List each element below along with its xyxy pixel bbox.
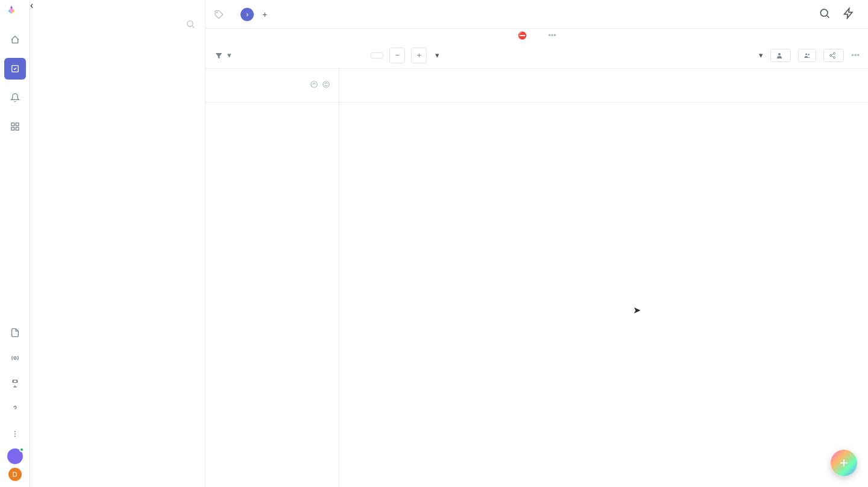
svg-point-15 <box>834 52 835 54</box>
timeline-assignee-column <box>206 69 339 487</box>
main-content: › + ⛔ ••• ▾ − + ▾ ▾ ••• <box>206 0 868 487</box>
favorites-header[interactable] <box>33 0 205 14</box>
home-icon[interactable] <box>4 29 26 51</box>
app-rail: D <box>0 0 30 487</box>
more-icon[interactable] <box>4 423 26 445</box>
help-icon[interactable] <box>4 398 26 419</box>
svg-point-8 <box>14 436 16 437</box>
quick-create-button[interactable]: + <box>831 450 857 476</box>
search-icon[interactable] <box>814 7 835 22</box>
svg-rect-2 <box>16 123 19 126</box>
docs-icon[interactable] <box>4 322 26 344</box>
zoom-in-button[interactable]: + <box>411 48 427 63</box>
svg-point-17 <box>834 57 835 58</box>
warning-icon: ⛔ <box>518 31 527 40</box>
more-views-icon[interactable]: › <box>241 8 254 21</box>
sidebar <box>33 0 206 487</box>
svg-rect-4 <box>16 127 19 130</box>
svg-rect-3 <box>11 127 14 130</box>
search-input[interactable] <box>237 51 322 60</box>
expand-icon[interactable] <box>322 80 330 91</box>
dashboards-icon[interactable] <box>4 116 26 137</box>
svg-point-11 <box>820 9 828 16</box>
layout-changed-banner: ⛔ ••• <box>206 29 868 42</box>
notifications-icon[interactable] <box>4 87 26 108</box>
app-logo[interactable] <box>7 5 24 22</box>
automations-icon[interactable] <box>838 7 860 22</box>
svg-point-5 <box>14 357 16 359</box>
svg-point-16 <box>830 54 832 56</box>
svg-point-18 <box>311 81 318 87</box>
view-options-icon[interactable]: ••• <box>851 51 860 60</box>
svg-point-13 <box>805 53 807 55</box>
today-button[interactable] <box>370 52 383 58</box>
svg-point-14 <box>808 54 810 55</box>
view-tabs-bar: › + <box>206 0 868 29</box>
svg-rect-1 <box>11 123 14 126</box>
page-title[interactable] <box>214 10 227 19</box>
pulse-icon[interactable] <box>4 347 26 369</box>
goals-icon[interactable] <box>4 372 26 394</box>
banner-more-icon[interactable]: ••• <box>549 31 556 40</box>
add-view-button[interactable]: + <box>256 10 275 19</box>
svg-point-10 <box>217 12 218 13</box>
assignees-filter-button[interactable] <box>798 49 816 62</box>
timeline-toolbar: ▾ − + ▾ ▾ ••• <box>206 42 868 69</box>
me-filter-button[interactable] <box>770 49 791 62</box>
scale-select[interactable]: ▾ <box>433 51 439 60</box>
svg-point-19 <box>323 81 330 87</box>
search-spaces-icon[interactable] <box>186 19 195 31</box>
filter-button[interactable]: ▾ <box>214 51 231 60</box>
user-avatar[interactable] <box>7 448 23 464</box>
svg-point-9 <box>187 21 193 27</box>
zoom-out-button[interactable]: − <box>389 48 405 63</box>
svg-point-7 <box>14 433 16 435</box>
workspace-avatar[interactable]: D <box>8 468 22 481</box>
share-button[interactable] <box>823 49 844 62</box>
svg-point-6 <box>14 431 16 432</box>
tasks-icon[interactable] <box>4 58 26 80</box>
group-by-select[interactable]: ▾ <box>754 51 763 60</box>
sort-icon[interactable] <box>310 80 318 91</box>
svg-point-12 <box>778 53 781 55</box>
